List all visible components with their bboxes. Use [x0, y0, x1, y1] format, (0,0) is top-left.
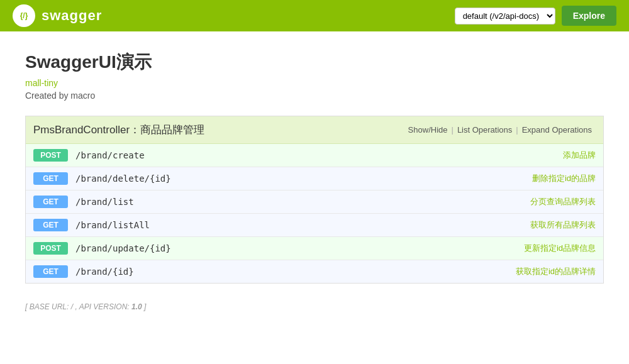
method-badge: GET: [33, 219, 68, 231]
method-badge: GET: [33, 265, 68, 278]
expand-operations-link[interactable]: Expand Operations: [518, 125, 596, 135]
list-operations-link[interactable]: List Operations: [454, 125, 516, 135]
header-left: {/} swagger: [13, 4, 102, 27]
base-url-section: [ BASE URL: / , API VERSION: 1.0 ]: [25, 296, 604, 317]
header: {/} swagger default (/v2/api-docs) Explo…: [0, 0, 629, 31]
table-row[interactable]: GET/brand/list分页查询品牌列表: [26, 190, 603, 214]
api-path: /brand/listAll: [75, 220, 523, 230]
explore-button[interactable]: Explore: [562, 6, 616, 26]
method-badge: POST: [33, 149, 68, 162]
api-description: 更新指定id品牌信息: [524, 243, 596, 254]
api-version-label: API VERSION:: [79, 302, 130, 311]
header-center: default (/v2/api-docs) Explore: [455, 6, 616, 26]
controller-name: PmsBrandController：商品品牌管理: [33, 123, 398, 137]
base-url-label: BASE URL:: [30, 302, 69, 311]
controller-section: PmsBrandController：商品品牌管理 Show/Hide | Li…: [25, 116, 604, 284]
api-path: /brand/update/{id}: [75, 243, 516, 253]
api-description: 添加品牌: [563, 150, 596, 161]
app-subtitle: mall-tiny: [25, 78, 604, 88]
api-path: /brand/list: [75, 197, 523, 207]
api-description: 删除指定id的品牌: [532, 173, 596, 184]
method-badge: GET: [33, 172, 68, 185]
main-content: SwaggerUI演示 mall-tiny Created by macro P…: [0, 31, 629, 336]
app-title: swagger: [42, 8, 102, 24]
api-description: 获取所有品牌列表: [530, 219, 596, 231]
controller-actions: Show/Hide | List Operations | Expand Ope…: [404, 125, 596, 135]
api-description: 获取指定id的品牌详情: [516, 266, 596, 277]
api-list: POST/brand/create添加品牌GET/brand/delete/{i…: [26, 144, 603, 283]
api-select[interactable]: default (/v2/api-docs): [455, 8, 555, 25]
app-description: Created by macro: [25, 91, 604, 101]
method-badge: GET: [33, 196, 68, 208]
method-badge: POST: [33, 242, 68, 255]
api-path: /brand/{id}: [75, 267, 508, 277]
show-hide-link[interactable]: Show/Hide: [404, 125, 452, 135]
api-path: /brand/delete/{id}: [75, 174, 525, 184]
api-path: /brand/create: [75, 150, 555, 160]
table-row[interactable]: GET/brand/delete/{id}删除指定id的品牌: [26, 167, 603, 190]
base-url-value: /: [71, 302, 73, 311]
api-version-value: 1.0: [131, 302, 142, 311]
table-row[interactable]: POST/brand/create添加品牌: [26, 144, 603, 167]
swagger-logo: {/}: [13, 4, 35, 27]
table-row[interactable]: GET/brand/listAll获取所有品牌列表: [26, 214, 603, 237]
table-row[interactable]: GET/brand/{id}获取指定id的品牌详情: [26, 260, 603, 283]
table-row[interactable]: POST/brand/update/{id}更新指定id品牌信息: [26, 237, 603, 260]
page-title: SwaggerUI演示: [25, 50, 604, 74]
controller-header: PmsBrandController：商品品牌管理 Show/Hide | Li…: [26, 116, 603, 144]
api-description: 分页查询品牌列表: [530, 196, 596, 207]
